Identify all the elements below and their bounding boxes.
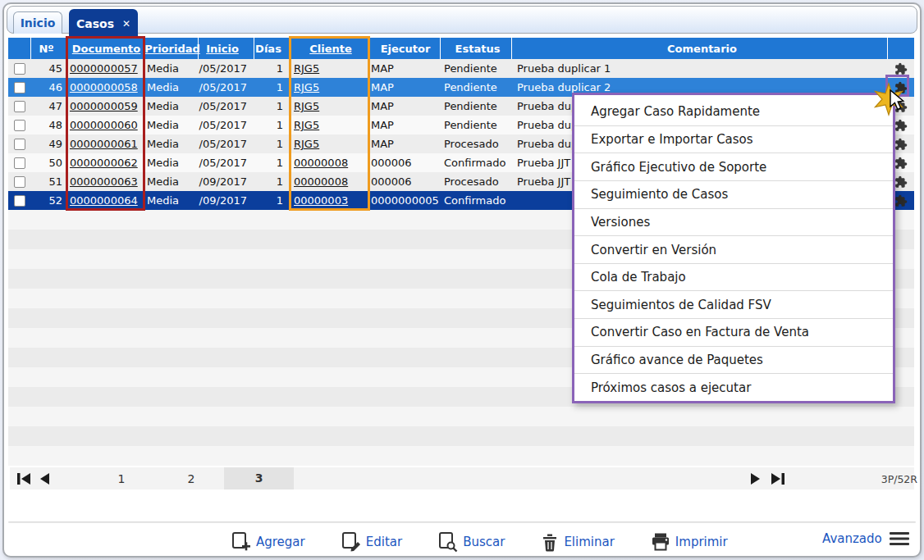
next-page-button[interactable] [749,472,762,485]
tab-strip [7,6,917,34]
cliente-link[interactable]: 00000008 [294,175,348,188]
buscar-button[interactable]: Buscar [438,531,505,553]
cell-ejecutor: 000006 [368,172,441,191]
agregar-label: Agregar [256,535,305,549]
column-header-actions [888,38,914,59]
documento-link[interactable]: 0000000063 [70,175,138,188]
trash-icon [541,532,559,552]
cell-estatus: Pendiente [441,59,512,78]
cell-prioridad: Media [144,134,199,153]
documento-link[interactable]: 0000000058 [70,81,138,93]
row-checkbox[interactable] [14,139,25,150]
menu-item-convertir-version[interactable]: Convertir en Versión [574,235,893,263]
menu-item-grafico-paquetes[interactable]: Gráfico avance de Paquetes [574,346,893,374]
page-number-1[interactable]: 1 [105,472,138,485]
cell-estatus: Pendiente [441,116,512,134]
cell-inicio: 27/09/2017 [199,191,254,210]
column-header-documento[interactable]: Documento [67,38,144,59]
cliente-link[interactable]: RJG5 [294,81,319,93]
cell-prioridad: Media [144,153,199,172]
documento-link[interactable]: 0000000059 [70,100,138,112]
column-header-comentario: Comentario [512,38,888,59]
documento-link[interactable]: 0000000062 [70,157,138,169]
tab-inicio[interactable]: Inicio [13,11,62,34]
first-page-button[interactable] [16,472,33,485]
last-page-button[interactable] [769,472,785,485]
column-header-cliente[interactable]: Cliente [290,38,368,59]
cell-inicio: 18/05/2017 [199,97,254,116]
cell-dias: 1 [254,78,290,97]
row-actions-puzzle-icon[interactable] [888,59,914,78]
eliminar-label: Eliminar [564,535,614,549]
tab-casos[interactable]: Casos ✕ [69,9,138,38]
buscar-label: Buscar [463,535,505,549]
table-row[interactable]: 45 0000000057 Media 18/05/2017 1 RJG5 MA… [8,59,914,78]
cliente-link[interactable]: RJG5 [294,119,319,131]
cell-inicio: 18/05/2017 [199,134,254,153]
column-header-no: Nº [31,38,67,59]
column-header-estatus: Estatus [441,38,512,59]
cell-estatus: Procesado [441,134,512,153]
menu-item-versiones[interactable]: Versiones [574,208,893,236]
documento-link[interactable]: 0000000060 [70,119,138,131]
tab-close-icon[interactable]: ✕ [122,18,130,30]
cell-no: 45 [31,59,67,78]
cliente-link[interactable]: 00000003 [294,194,348,207]
add-document-icon [231,531,251,553]
toolbar-divider [8,521,916,523]
menu-item-exportar-importar[interactable]: Exportar e Importar Casos [574,125,893,153]
table-header: Nº Documento Prioridad Inicio Días Clien… [8,38,914,59]
cliente-link[interactable]: RJG5 [294,62,319,75]
documento-link[interactable]: 0000000061 [70,138,138,150]
cell-inicio: 26/09/2017 [199,172,254,191]
row-checkbox[interactable] [14,120,25,131]
row-checkbox[interactable] [14,82,25,93]
row-checkbox[interactable] [14,176,25,188]
editar-button[interactable]: Editar [341,531,402,553]
menu-item-cola-trabajo[interactable]: Cola de Trabajo [574,263,893,291]
eliminar-button[interactable]: Eliminar [541,532,614,552]
row-checkbox[interactable] [14,195,25,207]
avanzado-button[interactable]: Avanzado [822,531,910,546]
cliente-link[interactable]: RJG5 [294,100,319,112]
prev-page-button[interactable] [38,472,51,485]
row-checkbox[interactable] [14,101,25,112]
page-number-3-current[interactable]: 3 [224,467,294,489]
cell-no: 50 [31,153,67,172]
agregar-button[interactable]: Agregar [231,531,305,553]
imprimir-button[interactable]: Imprimir [651,532,728,552]
cell-no: 47 [31,97,67,116]
pagination-bar: 1 2 3 [10,467,914,489]
cell-no: 51 [31,172,67,191]
documento-link[interactable]: 0000000057 [70,62,138,75]
menu-item-convertir-factura[interactable]: Convertir Caso en Factura de Venta [574,318,893,346]
cell-prioridad: Media [144,59,199,78]
cell-prioridad: Media [144,97,199,116]
column-header-inicio[interactable]: Inicio [199,38,254,59]
cell-ejecutor: MAP [368,59,441,78]
menu-item-proximos-casos[interactable]: Próximos casos a ejecutar [574,373,893,401]
cliente-link[interactable]: 00000008 [294,157,348,169]
cell-inicio: 18/05/2017 [199,59,254,78]
row-checkbox[interactable] [14,157,25,169]
cell-ejecutor: MAP [368,134,441,153]
cell-inicio: 23/05/2017 [199,153,254,172]
column-header-prioridad[interactable]: Prioridad [144,38,199,59]
menu-item-seguimientos-calidad[interactable]: Seguimientos de Calidad FSV [574,290,893,318]
imprimir-label: Imprimir [675,535,728,549]
row-checkbox[interactable] [14,63,25,75]
column-header-ejecutor: Ejecutor [368,38,441,59]
menu-item-grafico-ejecutivo[interactable]: Gráfico Ejecutivo de Soporte [574,153,893,180]
column-header-dias: Días [254,38,290,59]
search-document-icon [438,531,458,553]
page-number-2[interactable]: 2 [175,472,208,485]
cell-dias: 1 [254,97,290,116]
menu-item-seguimiento-casos[interactable]: Seguimiento de Casos [574,180,893,208]
tab-casos-label: Casos [76,17,114,30]
cell-prioridad: Media [144,78,199,97]
menu-item-agregar-caso-rapidamente[interactable]: Agregar Caso Rapidamente [574,98,893,125]
cell-estatus: Procesado [441,172,512,191]
documento-link[interactable]: 0000000064 [70,194,138,207]
cliente-link[interactable]: RJG5 [294,138,319,150]
context-menu: Agregar Caso Rapidamente Exportar e Impo… [572,93,895,403]
